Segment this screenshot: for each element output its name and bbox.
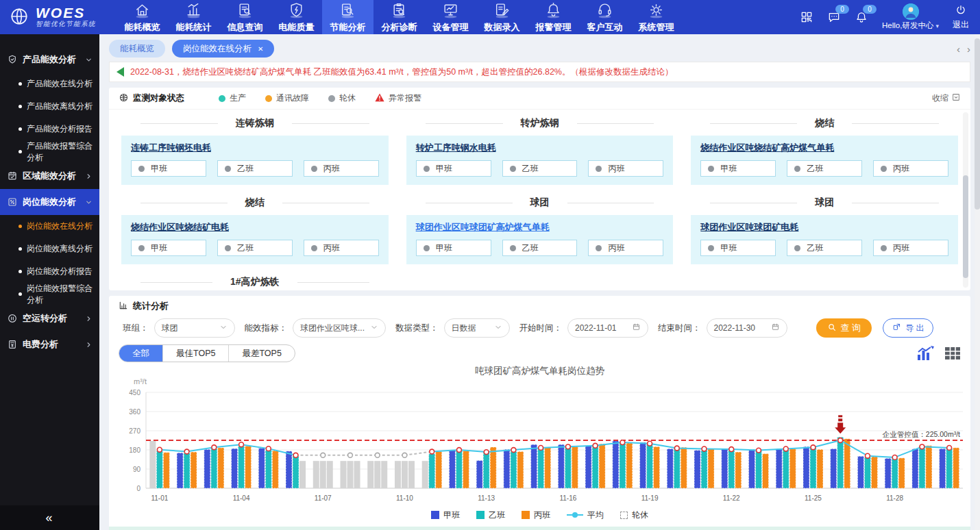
query-button[interactable]: 查 询 (816, 318, 872, 338)
bar-chart-icon (119, 301, 128, 312)
shift-status-box[interactable]: 乙班 (217, 240, 293, 256)
close-icon[interactable]: ✕ (258, 45, 263, 53)
shift-status-box[interactable]: 甲班 (131, 240, 206, 256)
nav-item-device-management[interactable]: 设备管理 (425, 0, 476, 34)
indicator-link[interactable]: 烧结作业区吨烧结矿高炉煤气单耗 (700, 142, 834, 154)
sidebar-subitem-post-alarm-composite[interactable]: 岗位能效报警综合分析 (0, 283, 99, 305)
nav-item-data-entry[interactable]: 数据录入 (476, 0, 528, 34)
legend-line-icon (567, 514, 583, 516)
chevron-left-icon[interactable]: ‹ (957, 43, 960, 55)
page-scrollbar (975, 34, 980, 530)
shift-status-box[interactable]: 丙班 (304, 160, 379, 177)
indicator-link[interactable]: 连铸工序吨钢坯电耗 (131, 142, 211, 154)
view-tab-2[interactable]: 最差TOP5 (228, 345, 294, 362)
alarm-bell-icon (545, 1, 562, 21)
sidebar-item-idle-run[interactable]: 空运转分析 (0, 305, 99, 331)
collapse-sidebar-button[interactable]: « (0, 505, 99, 530)
nav-item-info-query[interactable]: 信息查询 (219, 0, 271, 34)
indicator-link[interactable]: 球团作业区吨球团矿电耗 (700, 221, 798, 234)
table-view-toggle[interactable] (944, 346, 961, 360)
shift-status-box[interactable]: 丙班 (873, 160, 948, 177)
shift-status-box[interactable]: 甲班 (416, 240, 491, 256)
view-tab-label: 最差TOP5 (242, 348, 281, 359)
page-scrollbar-thumb[interactable] (975, 38, 980, 210)
indicator-link[interactable]: 转炉工序吨钢水电耗 (416, 142, 496, 154)
sidebar-subitem-product-alarm-composite[interactable]: 产品能效报警综合分析 (0, 140, 99, 163)
nav-item-alarm-management[interactable]: 报警管理 (528, 0, 579, 34)
shift-status-box[interactable]: 丙班 (873, 240, 948, 256)
chart-legend: 甲班乙班丙班平均轮休 (109, 508, 970, 522)
sidebar: 产品能效分析产品能效在线分析产品能效离线分析产品能效分析报告产品能效报警综合分析… (0, 34, 99, 530)
export-button[interactable]: 导 出 (883, 318, 933, 338)
shift-status-box[interactable]: 甲班 (700, 240, 776, 256)
tab-1[interactable]: 岗位能效在线分析✕ (172, 40, 274, 58)
shift-status-box[interactable]: 乙班 (502, 160, 578, 177)
notifications-icon[interactable]: 0 (855, 10, 868, 24)
shift-status-box[interactable]: 甲班 (416, 160, 491, 177)
sidebar-subitem-product-online[interactable]: 产品能效在线分析 (0, 73, 99, 95)
top-header: WOES 智能优化节能系统 能耗概览能耗统计信息查询电能质量节能分析分析诊断设备… (0, 0, 980, 34)
nav-item-label: 信息查询 (228, 21, 263, 34)
logout-button[interactable]: 退出 (953, 4, 969, 31)
shift-status-box[interactable]: 乙班 (502, 240, 578, 256)
sidebar-item-label: 产品能效分析 (23, 53, 76, 66)
messages-icon[interactable]: 0 (827, 10, 841, 24)
status-abnormal-alarm: 异常报警 (375, 92, 421, 104)
shield-bolt-icon (288, 1, 305, 21)
user-menu[interactable]: Hello,研发中心▾ (882, 3, 939, 31)
sidebar-item-electricity-fee[interactable]: 电费分析 (0, 331, 99, 357)
chart-view-toggle[interactable] (916, 346, 934, 361)
sidebar-item-post-energy[interactable]: 岗位能效分析 (0, 189, 99, 215)
sidebar-item-product-energy[interactable]: 产品能效分析 (0, 47, 99, 73)
tab-0[interactable]: 能耗概览 (109, 40, 165, 58)
logout-label: 退出 (953, 19, 969, 31)
indicator-link[interactable]: 烧结作业区吨烧结矿电耗 (131, 221, 229, 234)
group-title: 球团 (815, 197, 834, 209)
sidebar-item-region-energy[interactable]: 区域能效分析 (0, 163, 99, 189)
shift-status-box[interactable]: 丙班 (588, 240, 663, 256)
status-dot (219, 95, 225, 102)
nav-item-customer-interaction[interactable]: 客户互动 (579, 0, 630, 34)
sidebar-subitem-post-report[interactable]: 岗位能效分析报告 (0, 260, 99, 283)
shift-status-box[interactable]: 甲班 (700, 160, 776, 177)
nav-item-system-management[interactable]: 系统管理 (630, 0, 682, 34)
sidebar-subitem-product-offline[interactable]: 产品能效离线分析 (0, 95, 99, 118)
svg-text:450: 450 (129, 389, 140, 396)
sidebar-subitem-product-report[interactable]: 产品能效分析报告 (0, 118, 99, 140)
shift-status-box[interactable]: 乙班 (787, 160, 862, 177)
home-icon (134, 1, 151, 21)
bullet-icon (19, 270, 22, 273)
nav-item-energy-saving-analysis[interactable]: 节能分析 (322, 0, 373, 34)
shift-status-box[interactable]: 丙班 (588, 160, 663, 177)
shift-select[interactable]: 球团 (154, 318, 235, 338)
sidebar-subitem-post-online[interactable]: 岗位能效在线分析 (0, 215, 99, 238)
notification-count-badge: 0 (863, 5, 877, 14)
shift-status-box[interactable]: 乙班 (787, 240, 862, 256)
svg-text:11-04: 11-04 (233, 494, 250, 502)
chevron-right-icon[interactable]: › (967, 43, 970, 55)
sidebar-subitem-post-offline[interactable]: 岗位能效离线分析 (0, 238, 99, 260)
shift-label: 甲班 (720, 163, 737, 175)
view-tab-0[interactable]: 全部 (119, 345, 162, 362)
view-tab-1[interactable]: 最佳TOP5 (162, 345, 228, 362)
shift-status-box[interactable]: 乙班 (217, 160, 293, 177)
datatype-select[interactable]: 日数据 (444, 318, 510, 338)
shift-status-box[interactable]: 丙班 (304, 240, 379, 256)
nav-item-analysis-diagnosis[interactable]: 分析诊断 (373, 0, 425, 34)
nav-item-energy-overview[interactable]: 能耗概览 (117, 0, 168, 34)
shift-status-box[interactable]: 甲班 (131, 160, 206, 177)
end-date-input[interactable]: 2022-11-30 (707, 318, 787, 338)
svg-text:11-22: 11-22 (723, 494, 740, 502)
calculator-icon (7, 339, 18, 350)
shield-check-icon (7, 54, 18, 65)
monitor-scrollbar-thumb[interactable] (963, 175, 968, 278)
qr-code-icon[interactable] (800, 10, 813, 24)
collapse-toggle[interactable]: 收缩 (932, 92, 961, 104)
indicator-link[interactable]: 球团作业区吨球团矿高炉煤气单耗 (416, 221, 550, 234)
indicator-select[interactable]: 球团作业区吨球... (293, 318, 386, 338)
nav-item-power-quality[interactable]: 电能质量 (271, 0, 322, 34)
start-date-input[interactable]: 2022-11-01 (567, 318, 648, 338)
nav-item-energy-stats[interactable]: 能耗统计 (168, 0, 219, 34)
chevron-down-icon (494, 323, 502, 333)
legend-swatch (476, 511, 485, 519)
